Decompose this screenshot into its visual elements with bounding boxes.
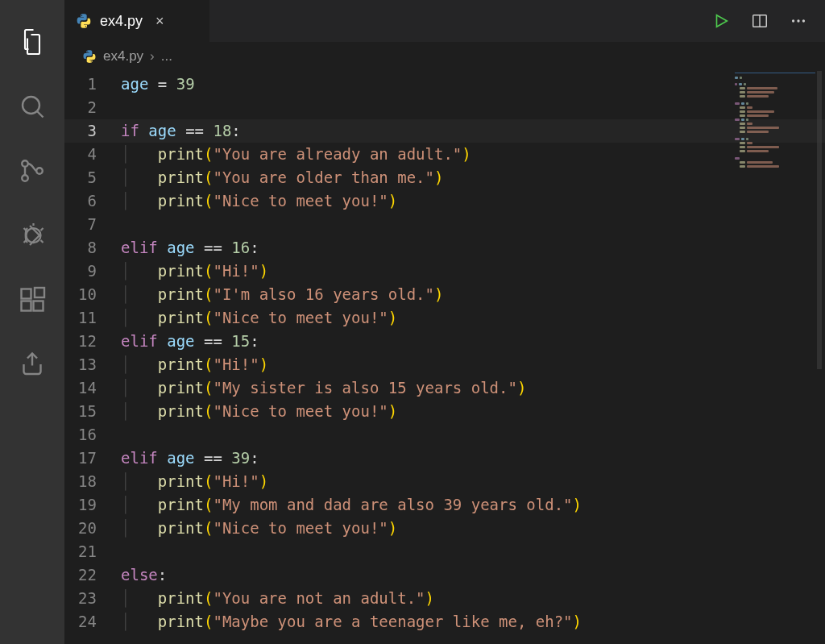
live-share-icon[interactable] <box>0 332 64 397</box>
line-number: 14 <box>64 376 97 400</box>
svg-rect-14 <box>35 288 44 297</box>
svg-line-1 <box>37 111 44 118</box>
line-number: 8 <box>64 236 97 260</box>
svg-point-4 <box>36 168 43 174</box>
explorer-icon[interactable] <box>0 10 64 74</box>
svg-point-0 <box>23 97 39 114</box>
code-line[interactable]: │ print("Nice to meet you!") <box>121 400 582 423</box>
svg-line-9 <box>24 228 27 231</box>
line-number: 11 <box>64 306 97 330</box>
code-line[interactable]: │ print("My mom and dad are also 39 year… <box>121 493 582 517</box>
code-line[interactable]: │ print("Hi!") <box>121 470 582 493</box>
svg-line-8 <box>41 240 44 243</box>
svg-marker-15 <box>717 15 728 27</box>
python-file-icon <box>82 49 97 64</box>
svg-rect-12 <box>22 301 31 311</box>
line-number: 20 <box>64 517 97 540</box>
svg-rect-13 <box>34 301 44 311</box>
tab-ex4[interactable]: ex4.py × <box>64 0 209 42</box>
line-number: 24 <box>64 610 97 634</box>
svg-point-2 <box>22 160 28 167</box>
more-actions-icon[interactable] <box>790 12 807 30</box>
line-number: 23 <box>64 587 97 610</box>
line-number: 10 <box>64 283 97 306</box>
line-number: 21 <box>64 540 97 563</box>
code-line[interactable]: │ print("You are not an adult.") <box>121 587 582 610</box>
breadcrumb-rest: ... <box>161 48 172 64</box>
line-number: 16 <box>64 423 97 447</box>
code-line[interactable]: │ print("I'm also 16 years old.") <box>121 283 582 306</box>
code-editor[interactable]: 123456789101112131415161718192021222324 … <box>64 71 825 644</box>
code-line[interactable]: elif age == 16: <box>121 236 582 260</box>
code-line[interactable] <box>121 213 582 236</box>
line-number: 9 <box>64 260 97 283</box>
line-number: 12 <box>64 330 97 353</box>
svg-point-19 <box>797 19 799 22</box>
line-number: 19 <box>64 493 97 517</box>
code-line[interactable]: age = 39 <box>121 73 582 96</box>
extensions-icon[interactable] <box>0 268 64 332</box>
code-line[interactable]: │ print("Nice to meet you!") <box>121 189 582 213</box>
source-control-icon[interactable] <box>0 139 64 203</box>
line-number: 3 <box>64 119 97 143</box>
code-content[interactable]: age = 39 if age == 18:│ print("You are a… <box>121 71 582 644</box>
code-line[interactable] <box>121 96 582 119</box>
code-line[interactable] <box>121 540 582 563</box>
svg-line-10 <box>24 240 27 243</box>
code-line[interactable]: │ print("You are already an adult.") <box>121 143 582 166</box>
python-file-icon <box>76 13 92 29</box>
svg-line-7 <box>41 228 44 231</box>
svg-point-20 <box>802 19 805 22</box>
line-number: 15 <box>64 400 97 423</box>
line-number: 17 <box>64 447 97 470</box>
line-number: 1 <box>64 73 97 96</box>
code-line[interactable]: │ print("You are older than me.") <box>121 166 582 189</box>
line-number: 18 <box>64 470 97 493</box>
minimap[interactable] <box>735 71 815 168</box>
tab-bar: ex4.py × <box>64 0 825 42</box>
code-line[interactable]: │ print("Nice to meet you!") <box>121 306 582 330</box>
close-tab-icon[interactable]: × <box>155 13 164 30</box>
line-number-gutter: 123456789101112131415161718192021222324 <box>64 71 121 644</box>
code-line[interactable]: │ print("Nice to meet you!") <box>121 517 582 540</box>
run-button[interactable] <box>712 12 730 30</box>
chevron-right-icon: › <box>150 48 155 64</box>
code-line[interactable]: elif age == 15: <box>121 330 582 353</box>
line-number: 7 <box>64 213 97 236</box>
line-number: 2 <box>64 96 97 119</box>
code-line[interactable]: │ print("My sister is also 15 years old.… <box>121 376 582 400</box>
breadcrumb-filename: ex4.py <box>103 48 143 64</box>
line-number: 22 <box>64 563 97 587</box>
code-line[interactable]: elif age == 39: <box>121 447 582 470</box>
code-line[interactable]: else: <box>121 563 582 587</box>
code-line[interactable]: │ print("Hi!") <box>121 353 582 376</box>
code-line[interactable]: │ print("Maybe you are a teenager like m… <box>121 610 582 634</box>
tab-filename: ex4.py <box>100 13 143 30</box>
code-line[interactable] <box>121 423 582 447</box>
breadcrumb[interactable]: ex4.py › ... <box>64 42 825 71</box>
code-line[interactable]: if age == 18: <box>121 119 582 143</box>
line-number: 6 <box>64 189 97 213</box>
debug-icon[interactable] <box>0 203 64 268</box>
svg-point-3 <box>22 175 28 181</box>
editor-area: ex4.py × ex4.py › ... 123456789101112131… <box>64 0 825 644</box>
activity-bar <box>0 0 64 644</box>
code-line[interactable]: │ print("Hi!") <box>121 260 582 283</box>
svg-point-18 <box>792 19 794 22</box>
search-icon[interactable] <box>0 74 64 139</box>
line-number: 5 <box>64 166 97 189</box>
svg-rect-11 <box>22 289 31 299</box>
line-number: 4 <box>64 143 97 166</box>
line-number: 13 <box>64 353 97 376</box>
split-editor-icon[interactable] <box>751 12 769 30</box>
